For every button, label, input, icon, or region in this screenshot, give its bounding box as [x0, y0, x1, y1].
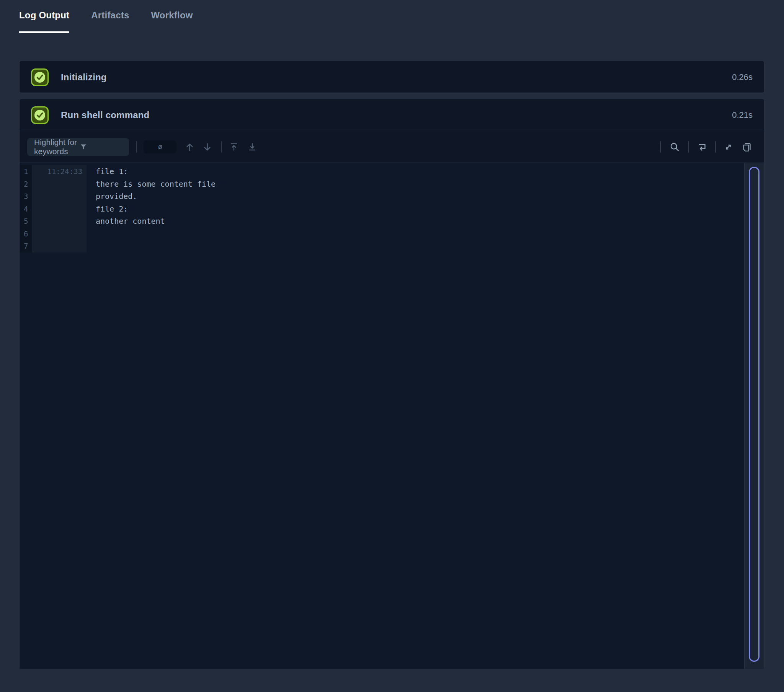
line-number: 7 [20, 240, 32, 253]
match-count-badge: ø [143, 140, 176, 153]
divider [715, 141, 716, 153]
line-text: provided. [87, 190, 137, 203]
step-title: Run shell command [61, 110, 732, 120]
line-timestamp [32, 190, 87, 203]
scroll-to-top-icon[interactable] [227, 140, 241, 154]
log-line: 5 another content [20, 215, 744, 228]
tab-workflow[interactable]: Workflow [151, 10, 193, 33]
tab-artifacts[interactable]: Artifacts [91, 10, 129, 33]
funnel-icon [79, 142, 124, 151]
build-log-page: Log Output Artifacts Workflow Initializi… [0, 0, 784, 692]
divider [221, 141, 222, 153]
log-line: 6 [20, 228, 744, 240]
log-line: 4 file 2: [20, 203, 744, 215]
line-text: there is some content file [87, 178, 216, 191]
line-timestamp [32, 228, 87, 240]
log-line: 3 provided. [20, 190, 744, 203]
log-content: 1 11:24:33 file 1: 2 there is some conte… [20, 163, 744, 669]
line-timestamp [32, 203, 87, 215]
step-duration: 0.21s [732, 110, 753, 120]
line-text [87, 228, 96, 240]
log-viewer: 1 11:24:33 file 1: 2 there is some conte… [20, 163, 764, 669]
line-number: 5 [20, 215, 32, 228]
line-timestamp [32, 178, 87, 191]
copy-icon[interactable] [740, 140, 753, 154]
search-icon[interactable] [668, 140, 682, 154]
success-check-icon [31, 69, 49, 86]
log-toolbar: Highlight for keywords ø [20, 131, 764, 163]
log-line: 1 11:24:33 file 1: [20, 165, 744, 178]
divider [688, 141, 689, 153]
arrow-down-icon[interactable] [200, 140, 214, 154]
highlight-keywords-placeholder: Highlight for keywords [34, 138, 79, 156]
line-number: 6 [20, 228, 32, 240]
log-scrollbar-track[interactable] [744, 163, 764, 669]
line-text: another content [87, 215, 165, 228]
line-timestamp [32, 215, 87, 228]
line-text: file 1: [87, 165, 128, 178]
step-card-run-shell-command: Run shell command 0.21s Highlight for ke… [19, 99, 764, 669]
line-number: 2 [20, 178, 32, 191]
wrap-lines-icon[interactable] [695, 140, 709, 154]
log-line: 7 [20, 240, 744, 253]
scroll-to-bottom-icon[interactable] [245, 140, 259, 154]
tab-bar: Log Output Artifacts Workflow [19, 10, 193, 33]
line-number: 3 [20, 190, 32, 203]
line-timestamp: 11:24:33 [32, 165, 87, 178]
step-header-run-shell-command[interactable]: Run shell command 0.21s [20, 99, 764, 131]
line-number: 1 [20, 165, 32, 178]
success-check-icon [31, 106, 49, 124]
tab-log-output[interactable]: Log Output [19, 10, 69, 33]
expand-icon[interactable] [721, 140, 735, 154]
line-text: file 2: [87, 203, 128, 215]
divider [660, 141, 661, 153]
line-number: 4 [20, 203, 32, 215]
log-scrollbar-thumb[interactable] [749, 167, 759, 662]
highlight-keywords-input[interactable]: Highlight for keywords [27, 138, 129, 156]
line-timestamp [32, 240, 87, 253]
arrow-up-icon[interactable] [183, 140, 196, 154]
divider [136, 141, 137, 153]
line-text [87, 240, 96, 253]
step-title: Initializing [61, 72, 732, 83]
log-line: 2 there is some content file [20, 178, 744, 191]
step-header-initializing[interactable]: Initializing 0.26s [20, 61, 764, 93]
step-card-initializing: Initializing 0.26s [19, 61, 764, 93]
step-duration: 0.26s [732, 72, 753, 82]
